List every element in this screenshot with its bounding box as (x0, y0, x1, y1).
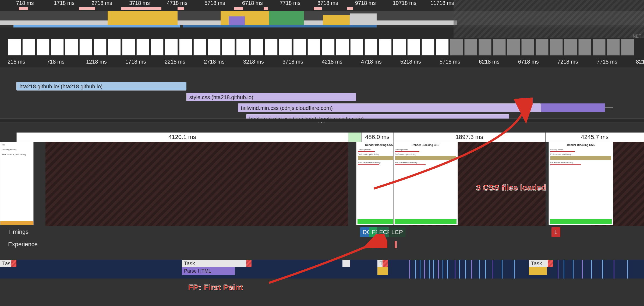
filmstrip-frame[interactable] (450, 39, 463, 55)
main-ruler-tick: 4718 ms (361, 59, 382, 65)
main-ruler-tick: 1218 ms (86, 59, 107, 65)
frame-thumbnail[interactable]: Render Blocking CSSLoading eventsPerform… (549, 142, 613, 225)
filmstrip-frame[interactable] (479, 39, 491, 55)
main-ruler-tick: 718 ms (47, 59, 65, 65)
network-request[interactable]: style.css (hta218.github.io) (186, 93, 356, 101)
filmstrip-frame[interactable] (578, 39, 591, 55)
overview-ruler-tick: 8718 ms (317, 0, 338, 6)
filmstrip-frame[interactable] (179, 39, 192, 55)
frame-bar[interactable]: 4245.7 ms (546, 133, 644, 142)
pane-resizer[interactable]: ... (0, 119, 644, 123)
filmstrip-frame[interactable] (51, 39, 64, 55)
frame-bar[interactable]: 4120.1 ms (16, 133, 348, 142)
annotation-arrow-css (360, 86, 533, 194)
overview-ruler-tick: 1718 ms (54, 0, 75, 6)
filmstrip-frame[interactable] (564, 39, 577, 55)
filmstrip-frame[interactable] (536, 39, 549, 55)
filmstrip-frame[interactable] (65, 39, 78, 55)
filmstrip-frame[interactable] (379, 39, 392, 55)
filmstrip-frame[interactable] (94, 39, 107, 55)
main-ruler-tick: 7718 ms (597, 59, 617, 65)
filmstrip-frame[interactable] (79, 39, 92, 55)
main-ruler-tick: 2718 ms (204, 59, 225, 65)
main-ruler-tick: 3718 ms (282, 59, 303, 65)
overview-ruler-tick: 718 ms (16, 0, 34, 6)
frames-section-body[interactable]: 4120.1 ms486.0 ms1897.3 ms4245.7 msReLoa… (0, 124, 644, 224)
filmstrip-frame[interactable] (8, 39, 21, 55)
filmstrip-frame[interactable] (193, 39, 206, 55)
filmstrip-frame[interactable] (37, 39, 49, 55)
frame-bar[interactable] (348, 133, 362, 142)
main-ruler-tick: 5718 ms (440, 59, 460, 65)
filmstrip-frame[interactable] (422, 39, 434, 55)
filmstrip-frame[interactable] (293, 39, 306, 55)
filmstrip-frame[interactable] (165, 39, 178, 55)
timing-marker-lcp[interactable]: LCP (389, 227, 406, 237)
main-ruler-tick: 8218 (636, 59, 644, 65)
filmstrip-frame[interactable] (464, 39, 477, 55)
overview-ruler-tick: 9718 ms (355, 0, 376, 6)
filmstrip-frame[interactable] (236, 39, 249, 55)
overview-ruler-tick: 4718 ms (167, 0, 187, 6)
filmstrip-frame[interactable] (493, 39, 506, 55)
main-ruler[interactable]: 218 ms718 ms1218 ms1718 ms2218 ms2718 ms… (0, 57, 644, 67)
main-ruler-tick: 4218 ms (322, 59, 342, 65)
main-ruler-tick: 3218 ms (243, 59, 264, 65)
overview-ruler-tick: 11718 ms (430, 0, 454, 6)
filmstrip-frame[interactable] (507, 39, 520, 55)
annotation-arrow-fp (253, 234, 387, 288)
filmstrip-frame[interactable] (607, 39, 620, 55)
filmstrip-frame[interactable] (350, 39, 363, 55)
network-request[interactable]: hta218.github.io/ (hta218.github.io) (16, 82, 186, 91)
filmstrip-frame[interactable] (208, 39, 221, 55)
main-ruler-tick: 7218 ms (557, 59, 578, 65)
filmstrip-frame[interactable] (265, 39, 278, 55)
overview-ruler-tick: 10718 ms (393, 0, 416, 6)
timings-label: Timings (8, 228, 29, 235)
overview-ruler-tick: 5718 ms (204, 0, 225, 6)
overview-strip[interactable]: 718 ms1718 ms2718 ms3718 ms4718 ms5718 m… (0, 0, 644, 38)
overview-filmstrip[interactable] (0, 38, 644, 57)
filmstrip-frame[interactable] (151, 39, 164, 55)
frame-thumbnail[interactable]: ReLoading eventsPerformance paint timing (0, 142, 34, 225)
filmstrip-frame[interactable] (365, 39, 377, 55)
experience-blip[interactable] (395, 241, 397, 248)
overview-ruler-tick: 7718 ms (280, 0, 300, 6)
filmstrip-frame[interactable] (108, 39, 121, 55)
filmstrip-frame[interactable] (593, 39, 606, 55)
overview-ruler-tick: 2718 ms (91, 0, 112, 6)
main-ruler-tick: 5218 ms (400, 59, 421, 65)
filmstrip-frame[interactable] (621, 39, 634, 55)
overview-ruler-tick: 6718 ms (242, 0, 263, 6)
filmstrip-frame[interactable] (436, 39, 449, 55)
filmstrip-frame[interactable] (222, 39, 235, 55)
annotation-first-paint: FP: First Paint (188, 283, 243, 292)
filmstrip-frame[interactable] (550, 39, 563, 55)
filmstrip-frame[interactable] (250, 39, 263, 55)
filmstrip-frame[interactable] (407, 39, 420, 55)
filmstrip-frame[interactable] (521, 39, 534, 55)
overview-out-of-range (454, 0, 644, 38)
main-ruler-tick: 2218 ms (165, 59, 185, 65)
filmstrip-frame[interactable] (307, 39, 320, 55)
filmstrip-frame[interactable] (22, 39, 35, 55)
filmstrip-frame[interactable] (279, 39, 292, 55)
filmstrip-frame[interactable] (122, 39, 135, 55)
main-ruler-tick: 6218 ms (479, 59, 500, 65)
main-ruler-tick: 6718 ms (518, 59, 539, 65)
filmstrip-frame[interactable] (136, 39, 149, 55)
main-ruler-tick: 218 ms (8, 59, 25, 65)
overview-ruler-tick: 3718 ms (129, 0, 150, 6)
filmstrip-frame[interactable] (393, 39, 406, 55)
filmstrip-frame[interactable] (322, 39, 335, 55)
annotation-css-loaded: 3 CSS files loaded (476, 183, 546, 192)
experience-label: Experience (8, 241, 38, 248)
main-ruler-tick: 1718 ms (125, 59, 146, 65)
timing-marker-l[interactable]: L (551, 227, 560, 237)
network-section-body[interactable]: hta218.github.io/ (hta218.github.io)styl… (0, 71, 644, 117)
filmstrip-frame[interactable] (336, 39, 349, 55)
